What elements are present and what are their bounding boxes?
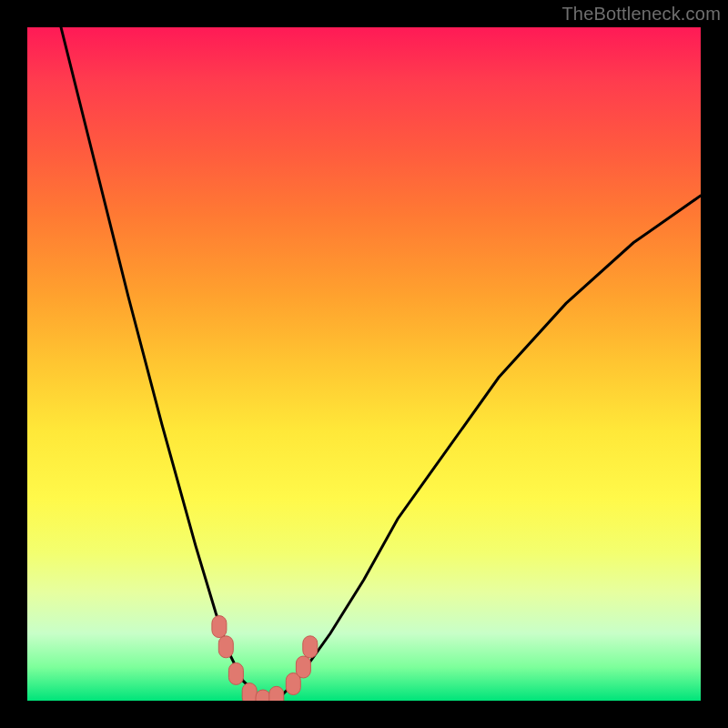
- marker-point: [218, 636, 233, 658]
- bottleneck-curve: [61, 27, 701, 701]
- gradient-plot-area: [27, 27, 701, 701]
- marker-point: [242, 683, 257, 701]
- marker-point: [269, 686, 284, 701]
- marker-point: [212, 616, 227, 638]
- chart-frame: TheBottleneck.com: [0, 0, 728, 728]
- marker-point: [256, 690, 270, 701]
- marker-point: [303, 636, 318, 658]
- marker-point: [228, 662, 243, 684]
- marker-group: [212, 616, 318, 701]
- watermark-text: TheBottleneck.com: [561, 4, 721, 25]
- marker-point: [296, 656, 310, 678]
- curve-svg: [27, 27, 701, 701]
